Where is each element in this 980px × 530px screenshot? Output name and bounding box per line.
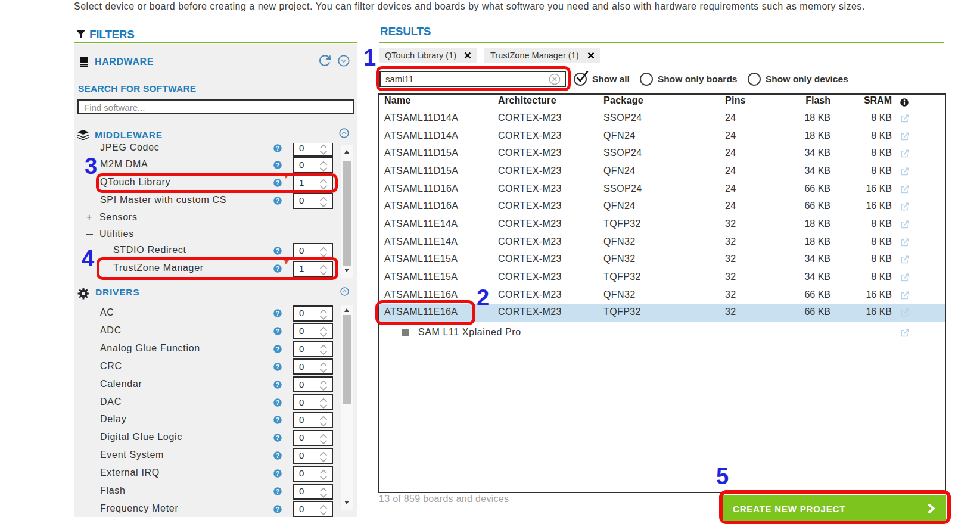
svg-text:?: ? (276, 398, 279, 406)
svg-text:?: ? (276, 161, 279, 169)
svg-text:?: ? (276, 488, 279, 495)
svg-text:?: ? (276, 452, 279, 459)
svg-text:?: ? (276, 145, 279, 152)
svg-text:?: ? (276, 434, 279, 441)
svg-text:?: ? (276, 327, 279, 334)
svg-text:?: ? (276, 363, 279, 370)
svg-text:?: ? (276, 310, 279, 317)
svg-text:?: ? (276, 505, 279, 512)
svg-text:?: ? (276, 470, 279, 477)
svg-text:?: ? (276, 197, 279, 204)
svg-text:?: ? (276, 345, 279, 352)
svg-text:?: ? (276, 381, 279, 388)
svg-text:?: ? (276, 247, 279, 254)
svg-text:?: ? (276, 416, 279, 423)
